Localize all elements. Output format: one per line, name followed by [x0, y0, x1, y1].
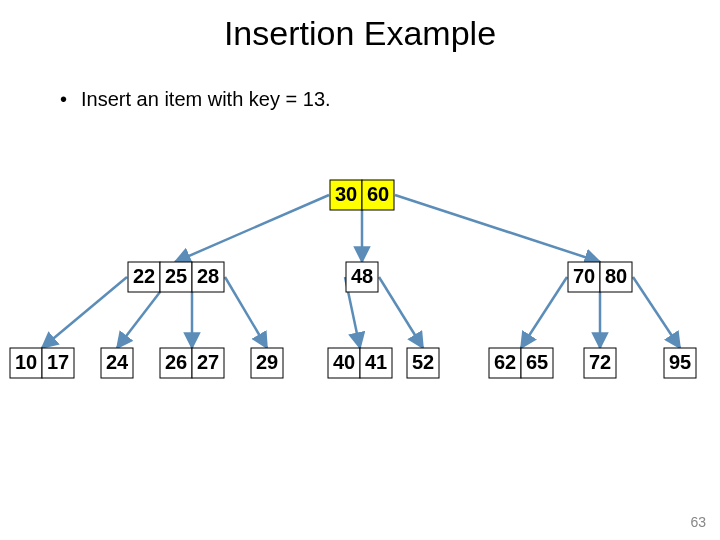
node-l2-1: 24	[101, 348, 133, 378]
key: 17	[47, 351, 69, 373]
node-l2-4: 40 41	[328, 348, 392, 378]
svg-line-9	[521, 277, 567, 348]
key: 26	[165, 351, 187, 373]
svg-line-4	[117, 292, 160, 348]
key: 62	[494, 351, 516, 373]
key: 41	[365, 351, 387, 373]
node-root: 30 60	[330, 180, 394, 210]
node-l1-0: 22 25 28	[128, 262, 224, 292]
key: 72	[589, 351, 611, 373]
key: 80	[605, 265, 627, 287]
node-l2-8: 95	[664, 348, 696, 378]
slide: Insertion Example Insert an item with ke…	[0, 0, 720, 540]
svg-line-2	[395, 195, 600, 262]
svg-line-3	[42, 277, 127, 348]
node-l2-7: 72	[584, 348, 616, 378]
key: 29	[256, 351, 278, 373]
key: 30	[335, 183, 357, 205]
node-l2-6: 62 65	[489, 348, 553, 378]
key: 24	[106, 351, 129, 373]
key: 22	[133, 265, 155, 287]
svg-line-0	[175, 195, 329, 262]
node-l1-1: 48	[346, 262, 378, 292]
key: 10	[15, 351, 37, 373]
key: 48	[351, 265, 373, 287]
tree-diagram: 30 60 22 25 28 48 70 80 10 17	[0, 0, 720, 540]
node-l2-0: 10 17	[10, 348, 74, 378]
node-l2-5: 52	[407, 348, 439, 378]
key: 52	[412, 351, 434, 373]
key: 60	[367, 183, 389, 205]
key: 27	[197, 351, 219, 373]
node-l1-2: 70 80	[568, 262, 632, 292]
svg-line-6	[225, 277, 267, 348]
key: 40	[333, 351, 355, 373]
key: 70	[573, 265, 595, 287]
node-l2-2: 26 27	[160, 348, 224, 378]
key: 95	[669, 351, 691, 373]
key: 25	[165, 265, 187, 287]
key: 65	[526, 351, 548, 373]
svg-line-11	[633, 277, 680, 348]
node-l2-3: 29	[251, 348, 283, 378]
svg-line-8	[379, 277, 423, 348]
key: 28	[197, 265, 219, 287]
